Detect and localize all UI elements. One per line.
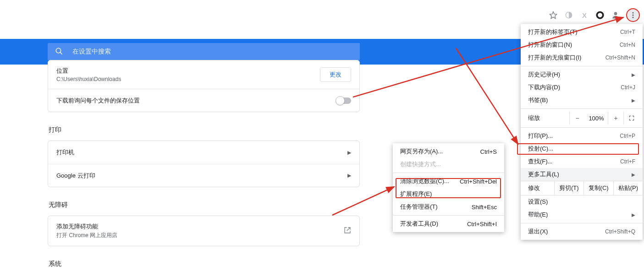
search-icon: [55, 47, 63, 57]
menu-more-tools[interactable]: 更多工具(L)▶: [521, 168, 643, 181]
ask-before-download-toggle[interactable]: [336, 97, 351, 104]
circle-half-icon[interactable]: [564, 11, 573, 20]
browser-toolbar: X: [549, 8, 639, 22]
menu-zoom: 缩放 − 100% +: [521, 111, 643, 125]
menu-new-tab[interactable]: 打开新的标签页(T)Ctrl+T: [521, 26, 643, 38]
download-card: 位置 C:\Users\huxia\Downloads 更改 下载前询问每个文件…: [48, 60, 360, 112]
download-location-row: 位置 C:\Users\huxia\Downloads 更改: [48, 60, 359, 89]
menu-settings[interactable]: 设置(S): [521, 195, 643, 208]
menu-incognito[interactable]: 打开新的无痕窗口(I)Ctrl+Shift+N: [521, 51, 643, 64]
submenu-task-manager[interactable]: 任务管理器(T)Shift+Esc: [393, 200, 504, 213]
svg-point-5: [632, 14, 633, 16]
menu-copy[interactable]: 复制(C): [583, 181, 613, 195]
menu-history[interactable]: 历史记录(H)▶: [521, 68, 643, 81]
submenu-dev-tools[interactable]: 开发者工具(D)Ctrl+Shift+I: [393, 217, 504, 230]
menu-print[interactable]: 打印(P)...Ctrl+P: [521, 130, 643, 142]
accessibility-card: 添加无障碍功能 打开 Chrome 网上应用店: [48, 216, 360, 246]
search-placeholder: 在设置中搜索: [72, 48, 111, 56]
svg-point-6: [632, 16, 633, 18]
chevron-right-icon: ▶: [347, 173, 351, 179]
more-tools-submenu: 网页另存为(A)...Ctrl+S 创建快捷方式... 清除浏览数据(C)...…: [393, 143, 504, 232]
menu-find[interactable]: 查找(F)...Ctrl+F: [521, 155, 643, 168]
cloud-print-row[interactable]: Google 云打印 ▶: [48, 164, 359, 187]
change-location-button[interactable]: 更改: [320, 67, 351, 82]
print-card: 打印机 ▶ Google 云打印 ▶: [48, 141, 360, 187]
submenu-extensions[interactable]: 扩展程序(E): [393, 188, 504, 200]
print-section-header: 打印: [49, 126, 360, 134]
menu-help[interactable]: 帮助(E)▶: [521, 208, 643, 221]
svg-point-2: [597, 12, 603, 18]
star-icon[interactable]: [549, 11, 558, 20]
menu-downloads[interactable]: 下载内容(D)Ctrl+J: [521, 81, 643, 94]
profile-icon[interactable]: [611, 11, 620, 20]
ask-before-download-label: 下载前询问每个文件的保存位置: [56, 97, 140, 105]
menu-edit-row: 修改 剪切(T) 复制(C) 粘贴(P): [521, 181, 643, 195]
submenu-save-as[interactable]: 网页另存为(A)...Ctrl+S: [393, 145, 504, 158]
add-accessibility-row[interactable]: 添加无障碍功能 打开 Chrome 网上应用店: [48, 216, 359, 246]
svg-marker-0: [550, 12, 557, 19]
menu-cut[interactable]: 剪切(T): [554, 181, 583, 195]
menu-cast[interactable]: 投射(C)...: [521, 142, 643, 155]
location-label: 位置: [56, 67, 121, 75]
chevron-right-icon: ▶: [347, 150, 351, 156]
menu-quit[interactable]: 退出(X)Ctrl+Shift+Q: [521, 225, 643, 238]
x-icon[interactable]: X: [580, 11, 589, 20]
open-external-icon: [344, 227, 351, 236]
menu-paste[interactable]: 粘贴(P): [613, 181, 643, 195]
printer-row[interactable]: 打印机 ▶: [48, 141, 359, 164]
svg-point-7: [56, 48, 61, 53]
ask-before-download-row: 下载前询问每个文件的保存位置: [48, 89, 359, 112]
svg-point-3: [614, 12, 617, 15]
zoom-in-button[interactable]: +: [608, 112, 623, 124]
svg-point-4: [632, 12, 633, 13]
fullscreen-button[interactable]: [623, 112, 639, 124]
menu-bookmarks[interactable]: 书签(B)▶: [521, 94, 643, 107]
accessibility-section-header: 无障碍: [49, 201, 360, 209]
svg-line-8: [60, 52, 62, 54]
location-value: C:\Users\huxia\Downloads: [56, 76, 121, 82]
submenu-create-shortcut: 创建快捷方式...: [393, 158, 504, 171]
submenu-clear-data[interactable]: 清除浏览数据(C)...Ctrl+Shift+Del: [393, 175, 504, 188]
zoom-value: 100%: [585, 115, 608, 122]
system-section-header: 系统: [49, 260, 360, 268]
settings-content: 位置 C:\Users\huxia\Downloads 更改 下载前询问每个文件…: [48, 60, 360, 275]
circle-bold-icon[interactable]: [595, 11, 605, 20]
zoom-out-button[interactable]: −: [569, 112, 585, 124]
menu-new-window[interactable]: 打开新的窗口(N)Ctrl+N: [521, 38, 643, 51]
settings-search[interactable]: 在设置中搜索: [48, 43, 360, 60]
browser-main-menu: 打开新的标签页(T)Ctrl+T 打开新的窗口(N)Ctrl+N 打开新的无痕窗…: [521, 24, 643, 240]
more-menu-button[interactable]: [627, 9, 639, 22]
